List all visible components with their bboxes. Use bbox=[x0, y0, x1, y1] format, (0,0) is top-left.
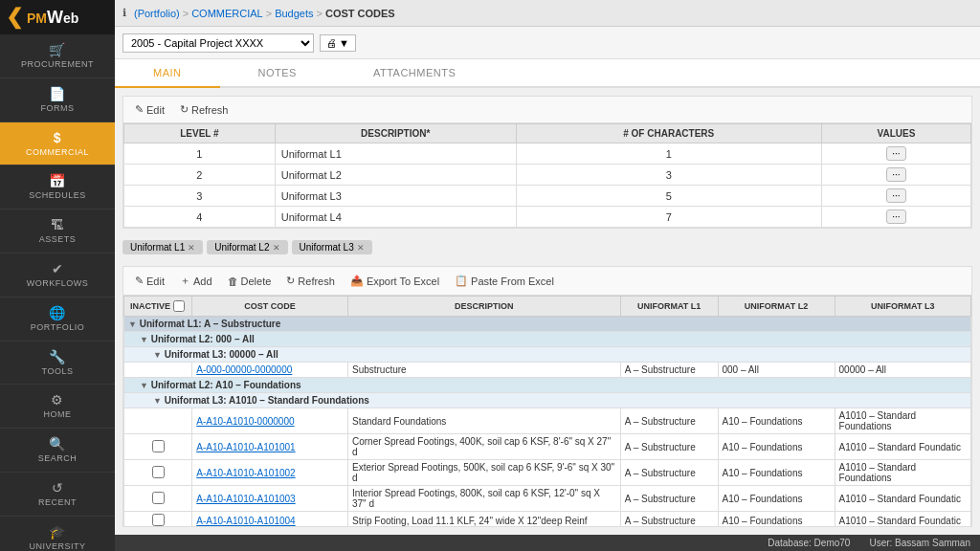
level-cell: 4 bbox=[124, 207, 276, 228]
collapse-icon[interactable]: ▼ bbox=[153, 350, 162, 360]
col-l1: UNIFORMAT L1 bbox=[620, 297, 718, 317]
col-desc: DESCRIPTION bbox=[347, 297, 620, 317]
table-row: A-000-00000-0000000 Substructure A – Sub… bbox=[124, 363, 971, 378]
values-dots-button[interactable]: ··· bbox=[886, 209, 905, 224]
code-link[interactable]: A-A10-A1010-A101004 bbox=[196, 516, 295, 526]
sidebar-item-university[interactable]: 🎓 UNIVERSITY bbox=[0, 517, 115, 551]
delete-icon: 🗑 bbox=[228, 276, 238, 287]
sidebar-item-home[interactable]: ⚙ HOME bbox=[0, 385, 115, 429]
tag-remove-icon[interactable]: ✕ bbox=[357, 243, 365, 253]
lower-section: ✎ Edit ＋ Add 🗑 Delete ↻ Refresh bbox=[122, 266, 972, 527]
paste-button[interactable]: 📋 Paste From Excel bbox=[451, 272, 558, 290]
upper-table: LEVEL # DESCRIPTION* # OF CHARACTERS VAL… bbox=[123, 123, 971, 228]
chars-cell: 5 bbox=[516, 186, 821, 207]
sidebar-item-assets[interactable]: 🏗 ASSETS bbox=[0, 209, 115, 253]
app-logo: ❮ PMWeb bbox=[0, 0, 115, 34]
export-button[interactable]: 📤 Export To Excel bbox=[346, 272, 443, 290]
breadcrumb-commercial[interactable]: COMMERCIAL bbox=[191, 8, 263, 19]
values-dots-button[interactable]: ··· bbox=[886, 167, 905, 182]
tag-remove-icon[interactable]: ✕ bbox=[273, 243, 280, 253]
code-link[interactable]: A-A10-A1010-A101003 bbox=[196, 494, 295, 504]
breadcrumb-portfolio[interactable]: (Portfolio) bbox=[134, 8, 180, 19]
sidebar-item-label: UNIVERSITY bbox=[29, 541, 85, 551]
values-dots-button[interactable]: ··· bbox=[886, 188, 905, 203]
sidebar-item-label: ForMS bbox=[41, 103, 75, 114]
print-dropdown-icon: ▼ bbox=[339, 37, 349, 49]
tab-attachments[interactable]: ATTACHMENTS bbox=[335, 59, 494, 88]
sidebar-item-tools[interactable]: 🔧 TooLs bbox=[0, 342, 115, 386]
refresh-icon: ↻ bbox=[286, 275, 295, 287]
tabs: MAIN NOTES ATTACHMENTS bbox=[115, 59, 980, 88]
print-icon: 🖨 bbox=[326, 37, 337, 49]
row-checkbox[interactable] bbox=[152, 466, 165, 478]
group-row-l3: ▼ Uniformat L3: 00000 – All bbox=[124, 347, 971, 363]
level-cell: 2 bbox=[124, 165, 276, 186]
tab-main[interactable]: MAIN bbox=[115, 59, 220, 88]
code-link[interactable]: A-A10-A1010-A101002 bbox=[196, 468, 295, 478]
sidebar-item-forms[interactable]: 📄 ForMS bbox=[0, 78, 115, 122]
tag-uniformat-l2[interactable]: Uniformat L2 ✕ bbox=[207, 240, 287, 254]
info-icon: ℹ bbox=[122, 7, 126, 19]
sidebar-item-portfolio[interactable]: 🌐 PORTFOLIO bbox=[0, 298, 115, 342]
row-checkbox[interactable] bbox=[152, 514, 165, 526]
level-cell: 3 bbox=[124, 186, 276, 207]
sidebar-item-procurement[interactable]: 🛒 PROCUREMENT bbox=[0, 34, 115, 78]
tag-uniformat-l3[interactable]: Uniformat L3 ✕ bbox=[292, 240, 372, 254]
lower-table: INACTIVE COST CODE DESCRIPTION UNIFORMAT… bbox=[123, 296, 971, 526]
code-link[interactable]: A-A10-A1010-A101001 bbox=[196, 442, 295, 452]
group-row-l1: ▼ Uniformat L1: A – Substructure bbox=[124, 317, 971, 332]
group-row-l3: ▼ Uniformat L3: A1010 – Standard Foundat… bbox=[124, 393, 971, 408]
lower-refresh-button[interactable]: ↻ Refresh bbox=[282, 272, 339, 290]
collapse-icon[interactable]: ▼ bbox=[153, 396, 162, 406]
logo-icon: ❮ bbox=[6, 5, 23, 30]
collapse-icon[interactable]: ▼ bbox=[140, 381, 148, 390]
chars-cell: 7 bbox=[516, 207, 821, 228]
project-bar: 2005 - Capital Project XXXX 🖨 ▼ bbox=[115, 27, 980, 59]
commercial-icon: $ bbox=[54, 130, 61, 145]
code-link[interactable]: A-000-00000-0000000 bbox=[196, 364, 292, 375]
row-checkbox[interactable] bbox=[152, 492, 165, 504]
database-status: Database: Demo70 bbox=[768, 538, 850, 548]
recent-icon: ↺ bbox=[52, 480, 64, 496]
table-row: A-A10-A1010-A101001 Corner Spread Footin… bbox=[124, 434, 971, 460]
table-row: A-A10-A1010-A101003 Interior Spread Foot… bbox=[124, 486, 971, 512]
edit-icon: ✎ bbox=[135, 103, 144, 116]
tag-remove-icon[interactable]: ✕ bbox=[188, 243, 195, 253]
sidebar-item-schedules[interactable]: 📅 SCHEDULES bbox=[0, 165, 115, 209]
table-row: 4 Uniformat L4 7 ··· bbox=[124, 207, 971, 228]
values-dots-button[interactable]: ··· bbox=[886, 146, 905, 161]
inactive-all-checkbox[interactable] bbox=[173, 300, 185, 312]
breadcrumb-budgets[interactable]: Budgets bbox=[275, 8, 313, 19]
sidebar-item-commercial[interactable]: $ COMMERCIAL bbox=[0, 122, 115, 166]
sidebar-item-label: PROCUREMENT bbox=[21, 59, 94, 70]
col-l2: UNIFORMAT L2 bbox=[718, 297, 835, 317]
collapse-icon[interactable]: ▼ bbox=[128, 320, 137, 329]
sidebar-item-recent[interactable]: ↺ RECENT bbox=[0, 473, 115, 517]
print-button[interactable]: 🖨 ▼ bbox=[320, 34, 356, 52]
project-selector[interactable]: 2005 - Capital Project XXXX bbox=[122, 33, 314, 53]
sidebar-item-workflows[interactable]: ✔ WORKFLOWS bbox=[0, 253, 115, 298]
sidebar-item-search[interactable]: 🔍 SEARCH bbox=[0, 429, 115, 473]
schedules-icon: 📅 bbox=[49, 173, 66, 188]
col-l3: UNIFORMAT L3 bbox=[835, 297, 970, 317]
col-level: LEVEL # bbox=[124, 124, 276, 143]
delete-button[interactable]: 🗑 Delete bbox=[224, 272, 276, 290]
add-button[interactable]: ＋ Add bbox=[176, 272, 216, 290]
refresh-button[interactable]: ↻ Refresh bbox=[176, 101, 233, 118]
tools-icon: 🔧 bbox=[49, 349, 66, 364]
table-row: 3 Uniformat L3 5 ··· bbox=[124, 186, 971, 207]
tab-notes[interactable]: NOTES bbox=[220, 59, 335, 88]
edit-button[interactable]: ✎ Edit bbox=[131, 101, 168, 118]
collapse-icon[interactable]: ▼ bbox=[140, 335, 148, 344]
level-cell: 1 bbox=[124, 143, 276, 165]
lower-edit-button[interactable]: ✎ Edit bbox=[131, 272, 168, 290]
home-icon: ⚙ bbox=[51, 392, 64, 408]
sidebar: ❮ PMWeb 🛒 PROCUREMENT 📄 ForMS $ COMMERCI… bbox=[0, 0, 115, 551]
table-row: 2 Uniformat L2 3 ··· bbox=[124, 165, 971, 186]
tag-uniformat-l1[interactable]: Uniformat L1 ✕ bbox=[122, 240, 203, 254]
row-checkbox[interactable] bbox=[152, 440, 165, 452]
code-link[interactable]: A-A10-A1010-0000000 bbox=[196, 416, 294, 427]
lower-toolbar: ✎ Edit ＋ Add 🗑 Delete ↻ Refresh bbox=[123, 267, 971, 296]
sidebar-item-label: PORTFOLIO bbox=[31, 322, 84, 333]
lower-table-wrapper[interactable]: INACTIVE COST CODE DESCRIPTION UNIFORMAT… bbox=[123, 296, 971, 526]
